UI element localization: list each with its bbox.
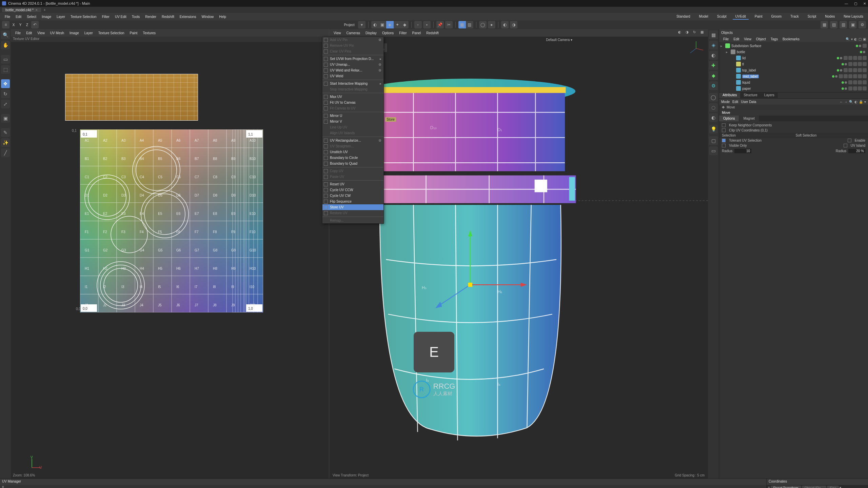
- tree-row-subdivision-surface[interactable]: ▸Subdivision Surface: [721, 43, 867, 49]
- obj-search-icon[interactable]: 🔍: [846, 37, 850, 41]
- vp-icon-d[interactable]: ▦: [701, 30, 706, 36]
- select-a-icon[interactable]: ▭: [1, 55, 10, 64]
- close-button[interactable]: ✕: [863, 2, 866, 5]
- vpmenu-cameras[interactable]: Cameras: [344, 30, 363, 36]
- layout-paint[interactable]: Paint: [752, 14, 765, 20]
- uvcmd-reset-uv[interactable]: Reset UV: [322, 181, 383, 187]
- uvcmd-store-uv[interactable]: Store UV: [322, 204, 383, 210]
- file-tab[interactable]: bottle_model.c4d * ×: [2, 8, 41, 12]
- attrsubtab-magnet[interactable]: Magnet: [739, 116, 758, 121]
- menu-filter[interactable]: Filter: [99, 14, 112, 19]
- attr-d-icon[interactable]: ▾: [864, 100, 866, 104]
- attrbar-edit[interactable]: Edit: [732, 100, 738, 104]
- transform-a-icon[interactable]: ▣: [1, 114, 10, 123]
- menu-layer[interactable]: Layer: [54, 14, 68, 19]
- rotate-tool-icon[interactable]: ↻: [1, 89, 10, 98]
- attrsubtab-options[interactable]: Options: [719, 116, 739, 121]
- uvmenu-edit[interactable]: Edit: [24, 30, 34, 36]
- vp-icon-a[interactable]: ◐: [678, 30, 684, 36]
- add-tab-button[interactable]: +: [42, 8, 48, 12]
- project-label[interactable]: Project: [342, 23, 356, 27]
- layout-standard[interactable]: Standard: [674, 14, 693, 20]
- obj-a-icon[interactable]: ◐: [854, 37, 857, 41]
- object-tree[interactable]: ▸Subdivision Surface▸bottlelidtltop_labe…: [719, 42, 868, 92]
- uvmenu-file[interactable]: File: [13, 30, 23, 36]
- layout-groom[interactable]: Groom: [769, 14, 785, 20]
- rs-c-icon[interactable]: ◆: [709, 71, 718, 80]
- menu-extensions[interactable]: Extensions: [177, 14, 199, 19]
- circle-a-icon[interactable]: ◯: [479, 21, 487, 28]
- grid-b-icon[interactable]: ▥: [466, 21, 473, 28]
- cube-icon[interactable]: ▣: [379, 21, 386, 28]
- layout-track[interactable]: Track: [788, 14, 802, 20]
- layout-d-icon[interactable]: ▣: [849, 21, 856, 28]
- uvcmd-boundary-to-circle[interactable]: Boundary to Circle: [322, 155, 383, 161]
- uvcmd-cycle-uv-ccw[interactable]: Cycle UV CCW: [322, 187, 383, 193]
- uvcmd-max-uv[interactable]: Max UV: [322, 94, 383, 100]
- uvcmd-uv-weld-and-relax-[interactable]: UV Weld and Relax...⚙: [322, 67, 383, 73]
- attribute-tabs[interactable]: AttributesStructureLayers: [719, 93, 868, 99]
- attr-subtabs[interactable]: OptionsMagnet: [719, 116, 868, 121]
- rs-f-icon[interactable]: ◐: [709, 113, 718, 122]
- tool-a-icon[interactable]: ▫: [414, 21, 422, 28]
- mode-face-icon[interactable]: ◆: [401, 21, 409, 28]
- vpmenu-panel[interactable]: Panel: [410, 30, 423, 36]
- uvcmd-uv-unwrap-[interactable]: UV Unwrap...⚙: [322, 62, 383, 67]
- vpmenu-options[interactable]: Options: [380, 30, 396, 36]
- uv-island-top[interactable]: [65, 74, 198, 121]
- uvcmd-boundary-to-quad[interactable]: Boundary to Quad: [322, 161, 383, 166]
- uvcmd-flip-sequence[interactable]: Flip Sequence: [322, 199, 383, 204]
- objmenu-bookmarks[interactable]: Bookmarks: [781, 37, 802, 41]
- tool-b-icon[interactable]: ▪: [423, 21, 431, 28]
- misc-b-icon[interactable]: ◑: [510, 21, 517, 28]
- uvcmd-unstitch-uv[interactable]: Unstitch UV: [322, 149, 383, 155]
- layout-nodes[interactable]: Nodes: [822, 14, 837, 20]
- maximize-button[interactable]: ▢: [854, 2, 857, 5]
- layout-model[interactable]: Model: [696, 14, 711, 20]
- radius-field-1[interactable]: 10: [734, 149, 751, 153]
- uvmenu-uv-mesh[interactable]: UV Mesh: [48, 30, 66, 36]
- attrtab-structure[interactable]: Structure: [740, 93, 761, 98]
- uvcmd-uv-rectangularize-[interactable]: UV Rectangularize...⚙: [322, 138, 383, 143]
- rs-b-icon[interactable]: ◐: [709, 51, 718, 60]
- tolerant-checkbox[interactable]: [722, 139, 726, 142]
- vpmenu-redshift[interactable]: Redshift: [424, 30, 441, 36]
- menu-tools[interactable]: Tools: [129, 14, 142, 19]
- tree-row-bottle[interactable]: ▸bottle: [721, 49, 867, 55]
- clip-uv-checkbox[interactable]: [722, 128, 726, 132]
- uvmenu-layer[interactable]: Layer: [82, 30, 95, 36]
- visible-checkbox[interactable]: [722, 144, 726, 147]
- scale-tool-icon[interactable]: ⤢: [1, 100, 10, 108]
- brush-icon[interactable]: ✎: [1, 128, 10, 137]
- attr-a-icon[interactable]: 🔍: [849, 100, 853, 104]
- vpmenu-view[interactable]: View: [331, 30, 343, 36]
- objmenu-object[interactable]: Object: [754, 37, 768, 41]
- file-tab-close[interactable]: ×: [36, 8, 38, 12]
- menu-edit[interactable]: Edit: [13, 14, 24, 19]
- keep-neighbor-checkbox[interactable]: [722, 123, 726, 127]
- menu-file[interactable]: File: [2, 14, 13, 19]
- tree-row-top_label[interactable]: top_label: [721, 67, 867, 73]
- menu-image[interactable]: Image: [39, 14, 54, 19]
- attrtab-attributes[interactable]: Attributes: [719, 93, 740, 98]
- vpmenu-filter[interactable]: Filter: [397, 30, 409, 36]
- menu-render[interactable]: Render: [142, 14, 159, 19]
- uvcmd-mirror-v[interactable]: Mirror V: [322, 119, 383, 124]
- layout-c-icon[interactable]: ▥: [840, 21, 847, 28]
- orientation-gizmo[interactable]: [688, 40, 705, 57]
- grid-a-icon[interactable]: ▦: [458, 21, 466, 28]
- radius-field-2[interactable]: 20 %: [848, 149, 865, 153]
- vp-icon-b[interactable]: ◑: [686, 30, 691, 36]
- misc-a-icon[interactable]: ◐: [501, 21, 509, 28]
- layout-a-icon[interactable]: ▦: [821, 21, 828, 28]
- uvmenu-paint[interactable]: Paint: [127, 30, 140, 36]
- axis-z[interactable]: Z: [24, 22, 30, 28]
- attrtab-layers[interactable]: Layers: [761, 93, 778, 98]
- rs-d-icon[interactable]: ◯: [709, 93, 718, 102]
- move-tool-icon[interactable]: ✥: [1, 79, 10, 88]
- attr-back-icon[interactable]: ←: [840, 100, 843, 104]
- layout-script[interactable]: Script: [805, 14, 819, 20]
- dropdown-icon[interactable]: ▾: [358, 21, 366, 28]
- menu-uv-edit[interactable]: UV Edit: [112, 14, 129, 19]
- zoom-icon[interactable]: 🔍: [1, 30, 10, 39]
